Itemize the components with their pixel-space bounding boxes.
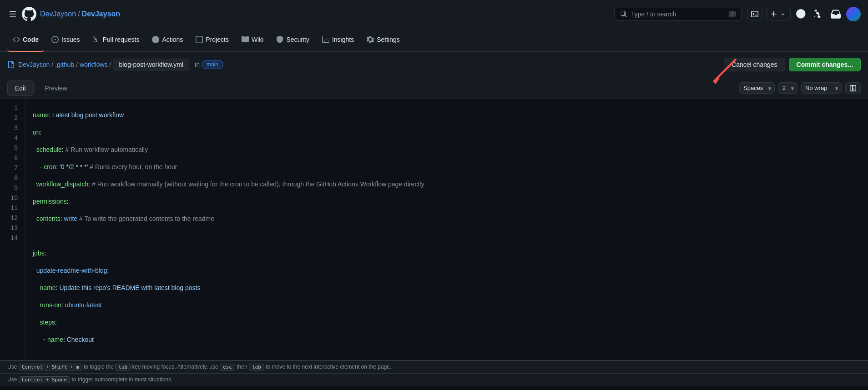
repo-path: DevJayson / DevJayson	[40, 10, 120, 18]
spaces-select[interactable]: Spaces Tabs	[739, 82, 775, 94]
code-line-4: - cron: '0 */2 * * *' # Runs every hour,…	[33, 162, 861, 172]
nav-issues-label: Issues	[61, 36, 80, 43]
code-line-9: jobs:	[33, 248, 861, 258]
current-filename[interactable]: blog-post-workflow.yml	[113, 59, 189, 70]
search-bar[interactable]: Type / to search /	[614, 8, 742, 20]
path-sep1: /	[78, 10, 80, 18]
nav-settings-label: Settings	[377, 36, 400, 43]
statusbar-container: Use Control + Shift + m to toggle the ta…	[0, 360, 868, 386]
statusbar1-mid3: then	[237, 364, 249, 370]
breadcrumb-workflows[interactable]: workflows	[80, 61, 107, 68]
statusbar1-mid1: to toggle the	[84, 364, 115, 370]
search-kbd: /	[729, 11, 736, 17]
indent-select-container: 2 4 8 ▼	[778, 82, 797, 94]
line-numbers: 1 2 3 4 5 6 7 8 9 10 11 12 13 14	[0, 99, 25, 360]
inbox-icon	[831, 9, 841, 19]
nav-wiki[interactable]: Wiki	[236, 28, 269, 52]
wrap-select-container: No wrap Soft wrap ▼	[801, 82, 842, 94]
insights-icon	[322, 36, 329, 43]
issues-icon	[51, 36, 59, 43]
pullrequest-icon	[813, 9, 823, 19]
breadcrumb: DevJayson / .github / workflows / blog-p…	[18, 59, 720, 70]
nav-projects[interactable]: Projects	[190, 28, 234, 52]
breadcrumb-github[interactable]: .github	[55, 61, 74, 68]
code-line-14: - name: Checkout	[33, 335, 861, 345]
statusbar2-post: to trigger autocomplete in most situatio…	[71, 376, 172, 383]
in-label: in	[195, 61, 200, 68]
wrap-select[interactable]: No wrap Soft wrap	[801, 82, 842, 94]
repo-navigation: Code Issues Pull requests Actions Projec…	[0, 28, 868, 52]
code-line-8	[33, 231, 861, 241]
breadcrumb-owner[interactable]: DevJayson	[18, 61, 50, 68]
nav-issues[interactable]: Issues	[46, 28, 85, 52]
code-line-3: schedule: # Run workflow automatically	[33, 145, 861, 155]
nav-insights[interactable]: Insights	[317, 28, 359, 52]
wiki-icon	[242, 36, 249, 43]
nav-security-label: Security	[286, 36, 309, 43]
kbd-tab2: tab	[249, 364, 264, 370]
indent-select[interactable]: 2 4 8	[778, 82, 797, 94]
timer-icon	[796, 9, 806, 19]
edit-tab[interactable]: Edit	[7, 80, 34, 96]
kbd-tab1: tab	[115, 364, 131, 370]
code-icon	[13, 36, 20, 43]
terminal-button[interactable]	[747, 8, 762, 20]
new-button[interactable]	[766, 8, 791, 20]
pr-icon	[92, 36, 100, 43]
preview-tab[interactable]: Preview	[37, 81, 75, 95]
top-navigation: DevJayson / DevJayson Type / to search /	[0, 0, 868, 28]
commit-changes-button[interactable]: Commit changes...	[789, 58, 861, 71]
code-area: 1 2 3 4 5 6 7 8 9 10 11 12 13 14 name: L…	[0, 99, 868, 360]
chevron-down-icon	[779, 10, 787, 18]
code-line-5: workflow_dispatch: # Run workflow manual…	[33, 179, 861, 189]
topnav-left: DevJayson / DevJayson	[7, 7, 609, 21]
settings-icon	[367, 36, 374, 43]
editor-toolbar: Edit Preview Spaces Tabs ▼ 2 4 8 ▼ No wr…	[0, 77, 868, 99]
code-line-11: name: Update this repo's README with lat…	[33, 283, 861, 293]
nav-insights-label: Insights	[332, 36, 354, 43]
code-editor-wrapper: 1 2 3 4 5 6 7 8 9 10 11 12 13 14 name: L…	[0, 99, 868, 360]
editor-header: DevJayson / .github / workflows / blog-p…	[0, 52, 868, 77]
nav-actions[interactable]: Actions	[146, 28, 188, 52]
split-view-button[interactable]	[845, 82, 861, 94]
repo-link[interactable]: DevJayson	[82, 10, 121, 18]
avatar[interactable]	[846, 7, 861, 21]
breadcrumb-sep2: /	[76, 61, 78, 68]
statusbar-2: Use Control + Space to trigger autocompl…	[0, 373, 868, 386]
kbd-control-shift-m: Control + Shift + m	[19, 364, 82, 370]
topnav-right	[747, 7, 861, 21]
search-placeholder: Type / to search	[631, 10, 725, 18]
nav-actions-label: Actions	[162, 36, 183, 43]
statusbar2-pre: Use	[7, 376, 19, 383]
kbd-control-space: Control + Space	[19, 376, 70, 383]
nav-settings[interactable]: Settings	[361, 28, 405, 52]
hamburger-button[interactable]	[7, 9, 18, 20]
branch-badge[interactable]: main	[202, 60, 223, 69]
inbox-button[interactable]	[829, 7, 843, 21]
statusbar1-pre: Use	[7, 364, 19, 370]
code-line-1: name: Latest blog post workflow	[33, 110, 861, 120]
owner-link[interactable]: DevJayson	[40, 10, 76, 18]
actions-icon	[152, 36, 159, 43]
projects-icon	[196, 36, 203, 43]
nav-code-label: Code	[23, 36, 39, 43]
breadcrumb-sep1: /	[51, 61, 53, 68]
code-line-2: on:	[33, 127, 861, 137]
nav-pr-label: Pull requests	[102, 36, 139, 43]
statusbar1-post: to move to the next interactive element …	[266, 364, 391, 370]
nav-pullrequests[interactable]: Pull requests	[87, 28, 145, 52]
nav-projects-label: Projects	[206, 36, 229, 43]
nav-security[interactable]: Security	[271, 28, 315, 52]
plus-icon	[770, 10, 777, 18]
nav-code[interactable]: Code	[7, 28, 44, 52]
terminal-icon	[751, 10, 758, 18]
code-content[interactable]: name: Latest blog post workflow on: sche…	[25, 99, 868, 360]
github-logo[interactable]	[22, 7, 36, 21]
search-icon	[620, 10, 627, 18]
code-line-6: permissions:	[33, 196, 861, 206]
spaces-select-container: Spaces Tabs ▼	[739, 82, 775, 94]
pullrequest-button[interactable]	[812, 7, 825, 21]
cancel-changes-button[interactable]: Cancel changes	[724, 58, 785, 71]
split-view-icon	[849, 85, 857, 92]
timer-button[interactable]	[794, 7, 808, 21]
